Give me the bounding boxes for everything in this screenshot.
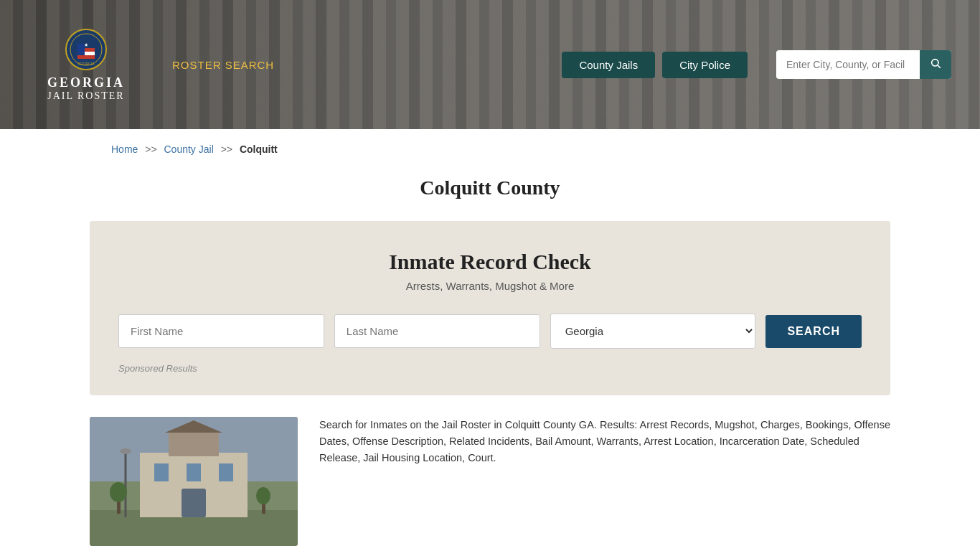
- last-name-input[interactable]: [334, 314, 540, 348]
- svg-point-8: [932, 60, 938, 66]
- inmate-search-form: AlabamaAlaskaArizonaArkansasCaliforniaCo…: [118, 314, 862, 349]
- state-select[interactable]: AlabamaAlaskaArizonaArkansasCaliforniaCo…: [550, 314, 756, 349]
- svg-rect-19: [182, 489, 206, 517]
- roster-search-link[interactable]: ROSTER SEARCH: [172, 59, 274, 71]
- logo-text: GEORGIA JAIL ROSTER: [47, 75, 125, 102]
- georgia-seal-icon: ★ GEORGIA: [65, 28, 108, 71]
- building-image: [90, 417, 298, 546]
- breadcrumb-current: Colquitt: [240, 143, 278, 155]
- nav-links: ROSTER SEARCH: [172, 59, 533, 71]
- svg-point-25: [256, 487, 270, 504]
- header-search-bar: [776, 50, 951, 79]
- page-title: Colquitt County: [0, 176, 980, 199]
- inmate-section-subtitle: Arrests, Warrants, Mugshot & More: [118, 280, 862, 292]
- svg-point-21: [120, 448, 131, 454]
- search-icon: [930, 57, 941, 69]
- svg-point-23: [110, 482, 127, 502]
- logo-jail-roster: JAIL ROSTER: [47, 90, 125, 102]
- svg-rect-14: [169, 431, 219, 456]
- inmate-record-section: Inmate Record Check Arrests, Warrants, M…: [90, 221, 890, 395]
- svg-line-9: [938, 65, 941, 68]
- svg-rect-18: [219, 463, 233, 481]
- breadcrumb-home[interactable]: Home: [111, 143, 138, 155]
- breadcrumb-county-jail[interactable]: County Jail: [164, 143, 214, 155]
- svg-rect-17: [187, 463, 201, 481]
- nav-buttons: County Jails City Police: [562, 52, 748, 78]
- breadcrumb-sep1: >>: [145, 143, 156, 155]
- header: ★ GEORGIA GEORGIA JAIL ROSTER ROSTER SEA…: [0, 0, 980, 129]
- county-jails-button[interactable]: County Jails: [562, 52, 655, 78]
- svg-rect-6: [77, 44, 85, 55]
- breadcrumb-sep2: >>: [221, 143, 232, 155]
- building-illustration: [90, 417, 298, 546]
- sponsored-results-label: Sponsored Results: [118, 363, 862, 374]
- header-search-input[interactable]: [776, 52, 920, 77]
- logo-georgia: GEORGIA: [47, 75, 125, 90]
- header-search-button[interactable]: [920, 50, 951, 79]
- header-inner: ★ GEORGIA GEORGIA JAIL ROSTER ROSTER SEA…: [0, 28, 980, 102]
- inmate-section-title: Inmate Record Check: [118, 250, 862, 274]
- svg-rect-5: [77, 55, 95, 59]
- breadcrumb: Home >> County Jail >> Colquitt: [0, 129, 980, 169]
- city-police-button[interactable]: City Police: [662, 52, 748, 78]
- logo-area: ★ GEORGIA GEORGIA JAIL ROSTER: [29, 28, 143, 102]
- bottom-section: Search for Inmates on the Jail Roster in…: [0, 417, 980, 551]
- inmate-search-button[interactable]: SEARCH: [765, 315, 862, 348]
- svg-rect-16: [154, 463, 169, 481]
- bottom-description: Search for Inmates on the Jail Roster in…: [319, 417, 890, 467]
- svg-text:GEORGIA: GEORGIA: [77, 62, 95, 66]
- first-name-input[interactable]: [118, 314, 324, 348]
